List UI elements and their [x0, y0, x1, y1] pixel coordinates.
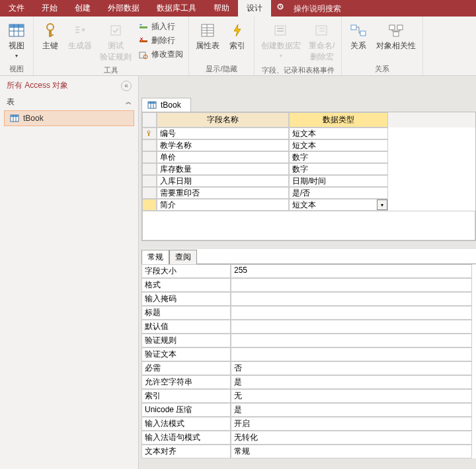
row-selector[interactable]	[142, 163, 157, 175]
property-value[interactable]	[231, 278, 472, 292]
cell-fieldname[interactable]: 单价	[157, 151, 289, 163]
property-value[interactable]: 是	[231, 403, 472, 417]
builder-icon	[71, 22, 89, 39]
svg-rect-9	[49, 34, 54, 36]
prop-tab-general[interactable]: 常规	[141, 250, 169, 264]
property-row[interactable]: 标题	[141, 306, 476, 320]
tab-file[interactable]: 文件	[0, 0, 33, 17]
datatype-dropdown-button[interactable]: ▾	[377, 199, 387, 210]
indexes-button[interactable]: 索引	[225, 20, 250, 53]
property-row[interactable]: 必需否	[141, 361, 476, 375]
tab-design[interactable]: 设计	[238, 0, 271, 17]
property-row[interactable]: 索引无	[141, 389, 476, 403]
design-grid-row[interactable]: 库存数量数字	[142, 163, 475, 175]
property-value[interactable]: 否	[231, 361, 472, 375]
nav-header[interactable]: 所有 Access 对象 «	[0, 76, 138, 95]
nav-item-tbook[interactable]: tBook	[4, 110, 134, 126]
property-row[interactable]: 验证规则	[141, 334, 476, 347]
row-selector-header[interactable]	[142, 112, 157, 127]
cell-fieldname[interactable]: 需要重印否	[157, 187, 289, 199]
primary-key-button[interactable]: 主键	[38, 20, 63, 53]
tab-dbtools[interactable]: 数据库工具	[148, 0, 205, 17]
tab-external[interactable]: 外部数据	[99, 0, 148, 17]
tab-home[interactable]: 开始	[33, 0, 66, 17]
property-row[interactable]: Unicode 压缩是	[141, 403, 476, 417]
svg-rect-10	[111, 26, 120, 35]
design-grid-blank[interactable]	[142, 211, 475, 240]
svg-rect-26	[389, 25, 395, 30]
chevron-down-icon: ▾	[15, 53, 18, 59]
property-row[interactable]: 允许空字符串是	[141, 375, 476, 389]
property-value[interactable]	[231, 306, 472, 320]
cell-datatype[interactable]: 日期/时间	[289, 175, 388, 187]
insert-row-label: 插入行	[151, 21, 175, 32]
property-value[interactable]: 无	[231, 389, 472, 403]
cell-datatype[interactable]: 是/否	[289, 187, 388, 199]
row-selector[interactable]	[142, 139, 157, 151]
property-row[interactable]: 输入法模式开启	[141, 417, 476, 431]
property-value[interactable]: 255	[231, 264, 472, 278]
design-grid-row[interactable]: 单价数字	[142, 151, 475, 163]
cell-fieldname[interactable]: 教学名称	[157, 139, 289, 151]
property-row[interactable]: 默认值	[141, 320, 476, 334]
cell-fieldname[interactable]: 编号	[157, 127, 289, 139]
property-value[interactable]	[231, 334, 472, 347]
cell-datatype[interactable]: 数字	[289, 151, 388, 163]
prop-tab-lookup[interactable]: 查阅	[169, 250, 197, 264]
property-value[interactable]	[231, 320, 472, 334]
property-value[interactable]	[231, 292, 472, 306]
cell-datatype[interactable]: 短文本	[289, 139, 388, 151]
property-value[interactable]: 是	[231, 375, 472, 389]
tab-create[interactable]: 创建	[66, 0, 99, 17]
cell-datatype[interactable]: 数字	[289, 163, 388, 175]
property-value[interactable]: 常规	[231, 445, 472, 458]
tell-me-icon[interactable]	[271, 0, 291, 17]
svg-rect-23	[316, 26, 327, 35]
modify-lookup-button[interactable]: 修改查阅	[137, 48, 184, 61]
row-selector[interactable]	[142, 187, 157, 199]
property-value[interactable]: 无转化	[231, 431, 472, 445]
property-row[interactable]: 格式	[141, 278, 476, 292]
row-selector[interactable]	[142, 127, 157, 139]
property-row[interactable]: 输入掩码	[141, 292, 476, 306]
property-value[interactable]: 开启	[231, 417, 472, 431]
view-button[interactable]: 视图 ▾	[4, 20, 29, 60]
design-grid-row[interactable]: 入库日期日期/时间	[142, 175, 475, 187]
rename-macro-label: 重命名/ 删除宏	[309, 40, 335, 63]
row-selector[interactable]	[142, 199, 157, 211]
svg-rect-38	[148, 133, 149, 136]
property-row[interactable]: 字段大小255	[141, 264, 476, 278]
design-grid-row[interactable]: 需要重印否是/否	[142, 187, 475, 199]
column-header-fieldname[interactable]: 字段名称	[157, 112, 289, 127]
row-selector[interactable]	[142, 151, 157, 163]
document-tab-tbook[interactable]: tBook	[141, 98, 191, 112]
cell-datatype[interactable]: 短文本▾短文本长文本数字日期/时间货币自动编号是/否OLE 对象超链接查阅向导.…	[289, 199, 388, 211]
delete-row-button[interactable]: 删除行	[137, 34, 184, 47]
property-row[interactable]: 输入法语句模式无转化	[141, 431, 476, 445]
design-grid-row[interactable]: 编号短文本	[142, 127, 475, 139]
cell-fieldname[interactable]: 库存数量	[157, 163, 289, 175]
cell-datatype[interactable]: 短文本	[289, 127, 388, 139]
tell-me-text[interactable]: 操作说明搜索	[291, 0, 344, 17]
cell-fieldname[interactable]: 简介	[157, 199, 289, 211]
svg-rect-28	[393, 32, 399, 36]
design-grid-row[interactable]: 教学名称短文本	[142, 139, 475, 151]
relationships-button[interactable]: 关系	[346, 20, 371, 53]
property-value[interactable]	[231, 347, 472, 361]
property-name: Unicode 压缩	[141, 403, 231, 417]
design-grid-row[interactable]: 简介短文本▾短文本长文本数字日期/时间货币自动编号是/否OLE 对象超链接查阅向…	[142, 199, 475, 211]
insert-row-button[interactable]: 插入行	[137, 20, 184, 33]
row-selector[interactable]	[142, 175, 157, 187]
cell-fieldname[interactable]: 入库日期	[157, 175, 289, 187]
lightning-icon	[228, 22, 247, 39]
property-name: 文本对齐	[141, 445, 231, 458]
nav-collapse-icon[interactable]: «	[121, 81, 132, 91]
nav-group-tables[interactable]: 表 ︽	[0, 95, 138, 109]
property-row[interactable]: 验证文本	[141, 347, 476, 361]
tab-help[interactable]: 帮助	[205, 0, 238, 17]
property-sheet-button[interactable]: 属性表	[193, 20, 222, 53]
property-row[interactable]: 文本对齐常规	[141, 445, 476, 458]
chevron-up-icon: ︽	[126, 98, 132, 106]
dependencies-button[interactable]: 对象相关性	[374, 20, 418, 53]
column-header-datatype[interactable]: 数据类型	[289, 112, 388, 127]
